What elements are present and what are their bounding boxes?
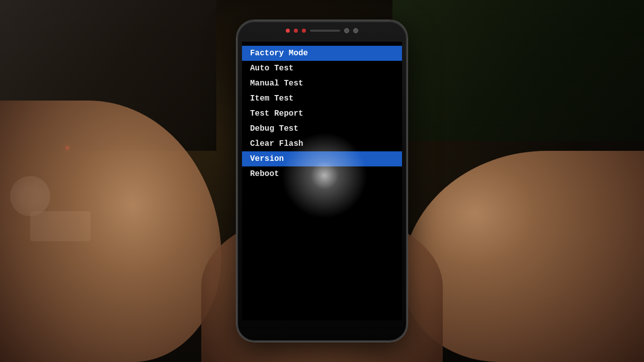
menu-item-factory-mode[interactable]: Factory Mode bbox=[242, 46, 402, 61]
menu-item-clear-flash[interactable]: Clear Flash bbox=[242, 136, 402, 151]
menu-item-item-test[interactable]: Item Test bbox=[242, 91, 402, 106]
indicator-dot-3 bbox=[302, 29, 306, 33]
phone-screen: Factory Mode Auto Test Manual Test Item … bbox=[242, 42, 402, 320]
phone-top-bar bbox=[272, 26, 372, 36]
menu-item-version[interactable]: Version bbox=[242, 151, 402, 166]
pcb-board-area bbox=[392, 0, 644, 141]
menu-item-debug-test[interactable]: Debug Test bbox=[242, 121, 402, 136]
power-button[interactable] bbox=[407, 82, 408, 107]
factory-mode-menu: Factory Mode Auto Test Manual Test Item … bbox=[242, 42, 402, 186]
phone-device: Factory Mode Auto Test Manual Test Item … bbox=[236, 20, 408, 342]
indicator-dot-2 bbox=[294, 29, 298, 33]
volume-up-button[interactable] bbox=[236, 77, 237, 92]
silent-switch[interactable] bbox=[236, 132, 237, 157]
sensor-dot bbox=[353, 28, 358, 33]
menu-item-auto-test[interactable]: Auto Test bbox=[242, 61, 402, 76]
volume-down-button[interactable] bbox=[236, 102, 237, 127]
menu-item-manual-test[interactable]: Manual Test bbox=[242, 76, 402, 91]
phone-body: Factory Mode Auto Test Manual Test Item … bbox=[236, 20, 408, 342]
menu-item-test-report[interactable]: Test Report bbox=[242, 106, 402, 121]
indicator-dot-1 bbox=[286, 29, 290, 33]
speaker-grille bbox=[310, 30, 340, 32]
front-camera bbox=[344, 28, 349, 33]
menu-item-reboot[interactable]: Reboot bbox=[242, 166, 402, 182]
